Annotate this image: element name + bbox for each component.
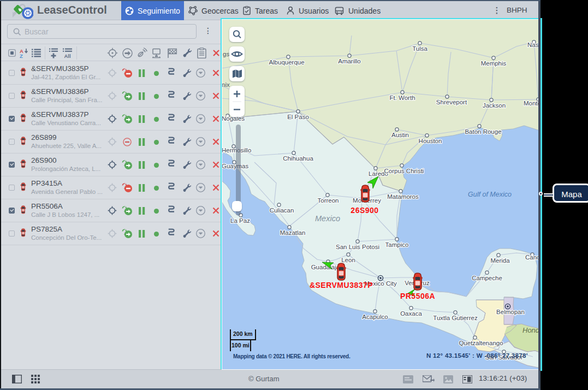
- svg-text:Mexico: Mexico: [315, 214, 340, 223]
- svg-text:Matamoros: Matamoros: [387, 193, 419, 200]
- svg-text:Corpus Christi: Corpus Christi: [384, 168, 424, 174]
- svg-text:Tulsa: Tulsa: [412, 45, 427, 52]
- svg-text:Austin: Austin: [391, 132, 409, 138]
- svg-text:Gulf of Mexico: Gulf of Mexico: [468, 191, 512, 198]
- svg-text:Houston: Houston: [419, 138, 442, 144]
- svg-text:San Luis Potosi: San Luis Potosi: [336, 244, 379, 250]
- svg-text:Campeche: Campeche: [472, 275, 502, 281]
- svg-text:Oaxaca: Oaxaca: [400, 310, 422, 317]
- svg-text:El Paso: El Paso: [287, 114, 309, 120]
- svg-text:Baton Rouge: Baton Rouge: [465, 128, 501, 135]
- svg-text:Mazatlan: Mazatlan: [280, 229, 306, 236]
- svg-text:Belmopan: Belmopan: [496, 309, 525, 315]
- svg-text:Tampico: Tampico: [385, 241, 409, 248]
- svg-text:Torreon: Torreon: [318, 197, 339, 204]
- svg-text:Tuxtla Gutierrez: Tuxtla Gutierrez: [433, 315, 478, 321]
- svg-text:Ft. Worth: Ft. Worth: [389, 94, 415, 101]
- svg-text:La Paz: La Paz: [230, 217, 250, 224]
- svg-text:26S900: 26S900: [351, 206, 378, 215]
- svg-text:Leon: Leon: [341, 257, 355, 263]
- svg-text:Quetzaltenango: Quetzaltenango: [459, 340, 503, 346]
- svg-text:Z: Z: [20, 53, 23, 58]
- svg-text:nix: nix: [222, 81, 230, 88]
- svg-text:Jackson: Jackson: [483, 102, 506, 109]
- svg-text:Albuquerque: Albuquerque: [269, 59, 304, 66]
- svg-text:Guaymas: Guaymas: [222, 163, 248, 169]
- svg-text:&SERVMU3837P: &SERVMU3837P: [310, 281, 373, 289]
- svg-text:Amarillo: Amarillo: [338, 58, 361, 64]
- svg-text:Culiacan: Culiacan: [270, 207, 294, 214]
- svg-text:PR5506A: PR5506A: [400, 292, 435, 300]
- svg-text:Memphis: Memphis: [481, 60, 507, 67]
- svg-text:Shreveport: Shreveport: [436, 99, 467, 105]
- svg-text:All: All: [64, 53, 71, 58]
- svg-text:Chihuahua: Chihuahua: [283, 155, 313, 162]
- svg-text:Acapulco: Acapulco: [362, 314, 388, 320]
- svg-text:Merida: Merida: [490, 257, 510, 264]
